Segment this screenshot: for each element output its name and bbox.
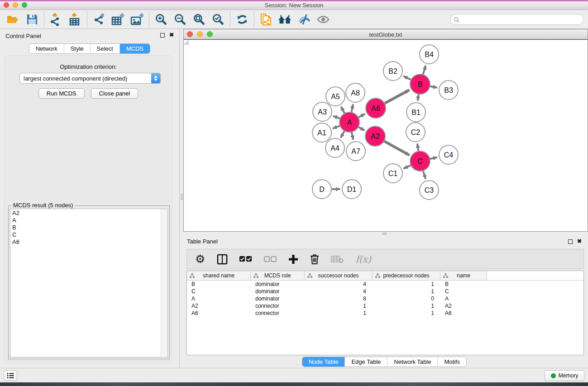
run-mcds-button[interactable]: Run MCDS bbox=[38, 88, 85, 99]
search-icon bbox=[454, 17, 459, 23]
close-panel-icon[interactable]: ✖ bbox=[169, 32, 174, 38]
table-settings-icon[interactable]: ⚙ bbox=[195, 253, 205, 265]
tab-node-table[interactable]: Node Table bbox=[302, 357, 345, 367]
splitter-handle[interactable] bbox=[382, 233, 387, 235]
tab-select[interactable]: Select bbox=[90, 44, 120, 53]
cell: 1 bbox=[305, 302, 373, 310]
column-header-mcds-role[interactable]: MCDS role bbox=[251, 271, 305, 280]
criterion-select[interactable]: largest connected component (directed) bbox=[19, 73, 161, 84]
mcds-result-item[interactable]: B bbox=[10, 224, 161, 231]
select-all-icon[interactable] bbox=[239, 256, 252, 262]
export-network-icon[interactable] bbox=[90, 11, 109, 28]
memory-label: Memory bbox=[559, 372, 578, 379]
table-row[interactable]: A6connector11A6 bbox=[187, 310, 583, 317]
search-input[interactable] bbox=[462, 15, 583, 24]
column-header-name[interactable]: name bbox=[440, 271, 487, 280]
cell: A bbox=[187, 295, 251, 302]
mcds-result-title: MCDS result (5 nodes) bbox=[11, 202, 75, 209]
memory-button[interactable]: Memory bbox=[545, 370, 584, 381]
home-network-icon[interactable] bbox=[276, 11, 295, 28]
cell: 4 bbox=[305, 288, 373, 295]
cell: A bbox=[440, 295, 487, 302]
column-visibility-icon[interactable] bbox=[217, 254, 228, 265]
cell: A2 bbox=[440, 302, 487, 310]
mcds-result-item[interactable]: C bbox=[10, 231, 161, 238]
refresh-icon[interactable] bbox=[233, 11, 252, 28]
mcds-panel: Optimization criterion: largest connecte… bbox=[4, 55, 172, 363]
table-tabs: Node TableEdge TableNetwork TableMotifs bbox=[302, 357, 467, 367]
deselect-all-icon[interactable] bbox=[264, 256, 277, 262]
cell: A6 bbox=[440, 310, 487, 317]
zoom-selected-icon[interactable] bbox=[209, 11, 228, 28]
zoom-fit-icon[interactable] bbox=[190, 11, 209, 28]
cell: dominator bbox=[251, 295, 305, 302]
hide-panels-icon[interactable] bbox=[295, 11, 314, 28]
export-table-icon[interactable] bbox=[109, 11, 128, 28]
desktop-background-strip bbox=[0, 382, 588, 386]
function-builder-icon[interactable]: f(x) bbox=[355, 254, 371, 265]
criterion-selected-value: largest connected component (directed) bbox=[20, 75, 151, 82]
mcds-result-item[interactable]: A6 bbox=[10, 238, 161, 246]
cell: 8 bbox=[305, 295, 373, 302]
tree-icon bbox=[253, 273, 258, 278]
task-history-button[interactable] bbox=[4, 370, 17, 381]
close-panel-button[interactable]: Close panel bbox=[91, 88, 139, 99]
table-panel-title: Table Panel bbox=[187, 238, 218, 245]
tab-edge-table[interactable]: Edge Table bbox=[344, 357, 387, 367]
tab-network-table[interactable]: Network Table bbox=[387, 357, 437, 367]
column-header-successor-nodes[interactable]: successor nodes bbox=[305, 271, 373, 280]
search-field[interactable] bbox=[450, 14, 584, 25]
tree-icon bbox=[307, 273, 312, 278]
tab-motifs[interactable]: Motifs bbox=[437, 357, 466, 367]
node-table: shared nameMCDS rolesuccessor nodesprede… bbox=[186, 271, 584, 355]
column-header-shared-name[interactable]: shared name bbox=[187, 271, 251, 280]
column-label: name bbox=[457, 272, 470, 279]
tree-icon bbox=[375, 273, 380, 278]
list-scrollbar[interactable] bbox=[161, 209, 167, 357]
open-session-icon[interactable] bbox=[4, 11, 23, 28]
tab-network[interactable]: Network bbox=[29, 44, 64, 53]
divider-handle[interactable] bbox=[181, 194, 183, 200]
delete-table-icon[interactable] bbox=[331, 255, 344, 263]
mcds-result-item[interactable]: A2 bbox=[10, 210, 161, 217]
export-image-icon[interactable] bbox=[128, 11, 147, 28]
table-panel: Table Panel ✖ ⚙ f(x) shared nameMCDS rol… bbox=[181, 235, 588, 368]
main-toolbar bbox=[0, 10, 588, 29]
cell: A6 bbox=[187, 310, 251, 317]
tree-icon bbox=[190, 273, 195, 278]
cell: 1 bbox=[373, 288, 440, 295]
import-network-icon[interactable] bbox=[47, 11, 66, 28]
zoom-in-icon[interactable] bbox=[152, 11, 171, 28]
list-icon bbox=[7, 372, 14, 379]
show-panels-icon[interactable] bbox=[314, 11, 333, 28]
window-title: Session: New Session bbox=[0, 2, 588, 9]
mcds-result-item[interactable]: A bbox=[10, 217, 161, 224]
network-canvas[interactable]: AA1A2A3A4A5A6A7A8BB1B2B3B4CC1C2C3C4DD1 bbox=[184, 39, 588, 231]
resize-grip-icon[interactable] bbox=[183, 39, 587, 231]
table-row[interactable]: A2connector11A2 bbox=[187, 302, 583, 310]
tab-style[interactable]: Style bbox=[64, 44, 90, 53]
tab-mcds[interactable]: MCDS bbox=[120, 44, 150, 53]
delete-row-icon[interactable] bbox=[310, 254, 319, 265]
cell: A2 bbox=[187, 302, 251, 310]
table-row[interactable]: Cdominator41C bbox=[187, 288, 583, 295]
column-header-predecessor-nodes[interactable]: predecessor nodes bbox=[373, 271, 440, 280]
table-row[interactable]: Adominator80A bbox=[187, 295, 583, 302]
save-session-icon[interactable] bbox=[23, 11, 42, 28]
table-row[interactable]: Bdominator41B bbox=[187, 281, 583, 288]
control-panel: Control Panel ✖ NetworkStyleSelectMCDS O… bbox=[0, 29, 180, 368]
cell: dominator bbox=[251, 281, 305, 288]
float-panel-icon[interactable] bbox=[160, 33, 165, 38]
control-panel-title: Control Panel bbox=[5, 33, 41, 39]
network-window-titlebar[interactable]: testGlobe.txt bbox=[184, 29, 588, 39]
mcds-result-groupbox: MCDS result (5 nodes) A2ABCA6 bbox=[8, 205, 170, 359]
import-table-icon[interactable] bbox=[66, 11, 85, 28]
float-table-panel-icon[interactable] bbox=[568, 239, 573, 244]
control-panel-tabs: NetworkStyleSelectMCDS bbox=[29, 43, 150, 54]
add-row-icon[interactable] bbox=[288, 254, 298, 264]
new-session-icon[interactable] bbox=[257, 11, 276, 28]
cell: 1 bbox=[373, 281, 440, 288]
cell: B bbox=[187, 281, 251, 288]
zoom-out-icon[interactable] bbox=[171, 11, 190, 28]
close-table-panel-icon[interactable]: ✖ bbox=[577, 238, 582, 244]
